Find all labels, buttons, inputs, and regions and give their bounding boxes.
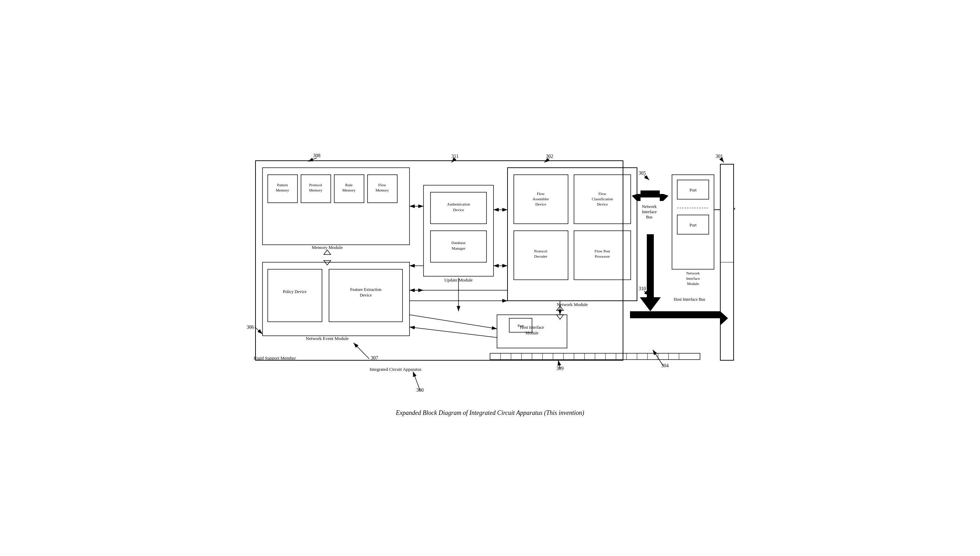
label-304: 304	[661, 363, 669, 369]
auth-device-label2: Device	[453, 208, 464, 212]
flow-classification-label3: Device	[597, 202, 608, 206]
flow-classification-label2: Classification	[592, 197, 613, 201]
label-311: 311	[451, 154, 458, 159]
diagram-container: 308 Memory Module Pattern Memory Protoco…	[245, 140, 735, 417]
diagram-caption: Expanded Block Diagram of Integrated Cir…	[245, 409, 735, 417]
flow-post-processor-label2: Processor	[595, 254, 610, 259]
label-307: 307	[371, 356, 378, 360]
protocol-decoder-label: Protocol	[534, 249, 547, 253]
label-310: 310	[639, 286, 646, 291]
network-interface-bus-label2: Interface	[642, 209, 657, 214]
network-interface-bus-label: Network	[642, 204, 657, 209]
feature-extraction-label: Feature Extraction	[350, 287, 382, 292]
protocol-memory-label: Protocol	[309, 183, 322, 187]
memory-module-label: Memory Module	[312, 245, 343, 250]
flow-assembler-label3: Device	[535, 202, 546, 206]
protocol-decoder-label2: Decoder	[534, 254, 547, 259]
network-module-label: Network Module	[556, 302, 588, 307]
flow-memory-label2: Memory	[376, 188, 389, 192]
flow-memory-label: Flow	[378, 183, 387, 187]
network-interface-bus-label3: Bus	[646, 215, 653, 220]
diagram-svg: 308 Memory Module Pattern Memory Protoco…	[245, 140, 735, 404]
label-301: 301	[716, 154, 723, 159]
rule-memory-label: Rule	[345, 183, 353, 187]
pattern-memory-label: Pattern	[277, 183, 288, 187]
port1-label: Port	[690, 187, 697, 192]
label-308: 308	[313, 153, 321, 158]
label-302: 302	[546, 154, 553, 159]
flow-post-processor-label: Flow Post	[595, 249, 610, 253]
pattern-memory-label2: Memory	[276, 188, 289, 192]
db-manager-label: Database	[451, 241, 466, 245]
label-305: 305	[639, 171, 646, 176]
feature-extraction-label2: Device	[360, 293, 372, 297]
network-interface-module-label2: Interface	[686, 276, 700, 280]
host-interface-bus-label: Host Interface Bus	[674, 297, 705, 302]
label-306: 306	[247, 325, 254, 330]
flow-classification-label: Flow	[598, 192, 606, 196]
auth-device-label: Authentication	[447, 202, 470, 206]
policy-device-label: Policy Device	[283, 289, 306, 294]
protocol-memory-label2: Memory	[309, 188, 322, 192]
port3-label: Port	[517, 323, 524, 328]
rigid-support-label: Rigid Support Member	[254, 356, 296, 360]
network-event-module-label: Network Event Module	[306, 336, 349, 341]
rule-memory-label2: Memory	[342, 188, 356, 192]
flow-assembler-label: Flow	[537, 192, 545, 196]
port2-label: Port	[690, 223, 697, 228]
integrated-circuit-label: Integrated Circuit Apparatus	[370, 367, 421, 372]
db-manager-label2: Manager	[451, 246, 465, 251]
network-interface-module-label3: Module	[687, 281, 699, 286]
network-interface-module-label: Network	[687, 271, 700, 275]
flow-assembler-label2: Assembler	[532, 197, 549, 201]
